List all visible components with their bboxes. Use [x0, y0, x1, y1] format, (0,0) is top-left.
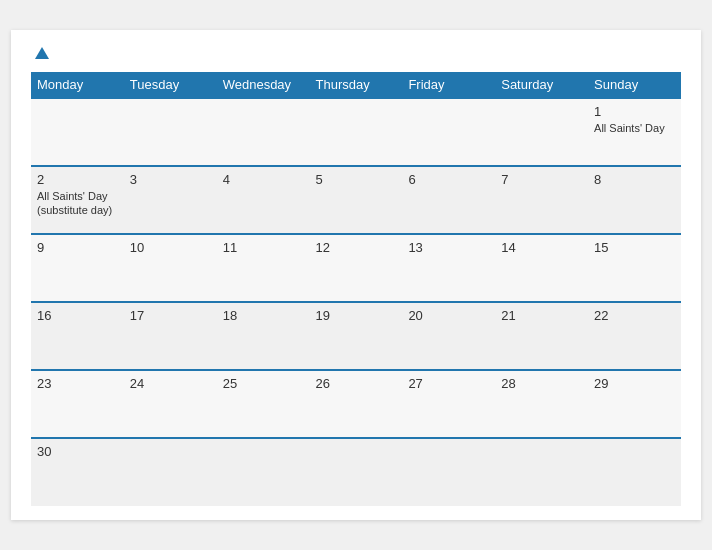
- week-row-6: 30: [31, 438, 681, 506]
- week-row-3: 9101112131415: [31, 234, 681, 302]
- calendar-cell: 21: [495, 302, 588, 370]
- day-number: 22: [594, 308, 675, 323]
- calendar-cell: 23: [31, 370, 124, 438]
- calendar-cell: [310, 98, 403, 166]
- week-row-4: 16171819202122: [31, 302, 681, 370]
- day-number: 23: [37, 376, 118, 391]
- calendar-cell: 16: [31, 302, 124, 370]
- col-header-thursday: Thursday: [310, 72, 403, 98]
- calendar-table: MondayTuesdayWednesdayThursdayFridaySatu…: [31, 72, 681, 506]
- col-header-saturday: Saturday: [495, 72, 588, 98]
- calendar-cell: 4: [217, 166, 310, 234]
- day-number: 19: [316, 308, 397, 323]
- calendar-thead: MondayTuesdayWednesdayThursdayFridaySatu…: [31, 72, 681, 98]
- day-number: 24: [130, 376, 211, 391]
- day-number: 13: [408, 240, 489, 255]
- calendar-cell: [402, 438, 495, 506]
- calendar-cell: 18: [217, 302, 310, 370]
- calendar-cell: 3: [124, 166, 217, 234]
- day-number: 1: [594, 104, 675, 119]
- calendar-cell: 29: [588, 370, 681, 438]
- calendar-container: MondayTuesdayWednesdayThursdayFridaySatu…: [11, 30, 701, 520]
- calendar-cell: 6: [402, 166, 495, 234]
- calendar-cell: 22: [588, 302, 681, 370]
- day-number: 17: [130, 308, 211, 323]
- calendar-cell: [402, 98, 495, 166]
- day-number: 25: [223, 376, 304, 391]
- calendar-cell: [217, 98, 310, 166]
- calendar-cell: 14: [495, 234, 588, 302]
- day-number: 5: [316, 172, 397, 187]
- day-number: 28: [501, 376, 582, 391]
- calendar-cell: 24: [124, 370, 217, 438]
- col-header-friday: Friday: [402, 72, 495, 98]
- calendar-cell: 30: [31, 438, 124, 506]
- day-number: 27: [408, 376, 489, 391]
- calendar-cell: 9: [31, 234, 124, 302]
- calendar-cell: 15: [588, 234, 681, 302]
- day-number: 10: [130, 240, 211, 255]
- calendar-cell: [124, 438, 217, 506]
- day-number: 8: [594, 172, 675, 187]
- day-number: 20: [408, 308, 489, 323]
- day-number: 9: [37, 240, 118, 255]
- col-header-tuesday: Tuesday: [124, 72, 217, 98]
- day-number: 2: [37, 172, 118, 187]
- calendar-header: [31, 48, 681, 60]
- day-number: 3: [130, 172, 211, 187]
- calendar-cell: 25: [217, 370, 310, 438]
- calendar-cell: 10: [124, 234, 217, 302]
- calendar-cell: 1All Saints' Day: [588, 98, 681, 166]
- calendar-cell: [588, 438, 681, 506]
- week-row-2: 2All Saints' Day (substitute day)345678: [31, 166, 681, 234]
- calendar-cell: 2All Saints' Day (substitute day): [31, 166, 124, 234]
- calendar-cell: 26: [310, 370, 403, 438]
- calendar-cell: 12: [310, 234, 403, 302]
- calendar-cell: [124, 98, 217, 166]
- day-number: 30: [37, 444, 118, 459]
- calendar-cell: 11: [217, 234, 310, 302]
- calendar-cell: 28: [495, 370, 588, 438]
- day-number: 26: [316, 376, 397, 391]
- logo-triangle-icon: [35, 47, 49, 59]
- calendar-cell: [495, 98, 588, 166]
- day-number: 12: [316, 240, 397, 255]
- day-number: 15: [594, 240, 675, 255]
- day-number: 14: [501, 240, 582, 255]
- calendar-cell: 13: [402, 234, 495, 302]
- col-header-monday: Monday: [31, 72, 124, 98]
- day-number: 21: [501, 308, 582, 323]
- week-row-5: 23242526272829: [31, 370, 681, 438]
- day-event: All Saints' Day (substitute day): [37, 189, 118, 218]
- day-event: All Saints' Day: [594, 121, 675, 135]
- calendar-cell: 5: [310, 166, 403, 234]
- day-number: 11: [223, 240, 304, 255]
- header-row: MondayTuesdayWednesdayThursdayFridaySatu…: [31, 72, 681, 98]
- calendar-cell: 8: [588, 166, 681, 234]
- col-header-wednesday: Wednesday: [217, 72, 310, 98]
- calendar-cell: 27: [402, 370, 495, 438]
- day-number: 16: [37, 308, 118, 323]
- week-row-1: 1All Saints' Day: [31, 98, 681, 166]
- col-header-sunday: Sunday: [588, 72, 681, 98]
- calendar-cell: 19: [310, 302, 403, 370]
- day-number: 18: [223, 308, 304, 323]
- calendar-cell: 7: [495, 166, 588, 234]
- day-number: 7: [501, 172, 582, 187]
- calendar-cell: [217, 438, 310, 506]
- calendar-cell: 20: [402, 302, 495, 370]
- calendar-cell: [495, 438, 588, 506]
- calendar-cell: [310, 438, 403, 506]
- calendar-cell: [31, 98, 124, 166]
- calendar-tbody: 1All Saints' Day2All Saints' Day (substi…: [31, 98, 681, 506]
- calendar-cell: 17: [124, 302, 217, 370]
- day-number: 6: [408, 172, 489, 187]
- logo: [31, 48, 49, 60]
- day-number: 29: [594, 376, 675, 391]
- day-number: 4: [223, 172, 304, 187]
